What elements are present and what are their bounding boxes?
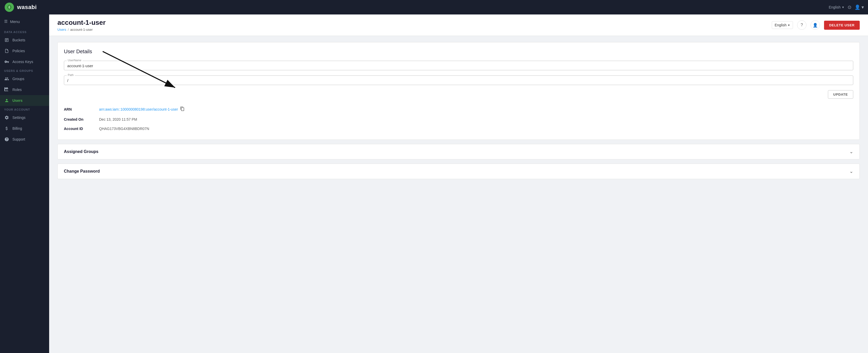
section-your-account: Your Account: [0, 106, 49, 112]
sidebar-item-policies[interactable]: Policies: [0, 45, 49, 56]
chevron-down-icon: ▼: [842, 6, 844, 9]
help-icon[interactable]: ⊙: [847, 4, 851, 10]
sidebar-label-settings: Settings: [12, 115, 26, 120]
assigned-groups-chevron: ⌄: [849, 149, 853, 154]
created-on-label: Created On: [64, 117, 95, 121]
user-account-icon[interactable]: 👤 ▾: [855, 4, 864, 10]
arrow-annotation: [95, 49, 193, 95]
change-password-chevron: ⌄: [849, 169, 853, 174]
header-right: English ▼ ? 👤 DELETE USER: [772, 21, 860, 30]
created-on-row: Created On Dec 13, 2020 11:57 PM: [64, 115, 853, 124]
sidebar-item-groups[interactable]: Groups: [0, 73, 49, 84]
section-data-access: Data Access: [0, 28, 49, 35]
svg-rect-2: [6, 40, 8, 40]
page-title: account-1-user: [57, 19, 105, 27]
content-scroll: User Details UserName account-1-user Pat…: [49, 36, 868, 353]
path-value: /: [67, 78, 850, 83]
logo: wasabi: [4, 2, 37, 12]
delete-user-button[interactable]: DELETE USER: [824, 21, 860, 30]
access-keys-icon: [4, 59, 9, 64]
assigned-groups-header[interactable]: Assigned Groups ⌄: [58, 144, 860, 159]
wasabi-logo: [4, 2, 14, 12]
chevron-down-icon: ▼: [787, 24, 790, 27]
update-area: UPDATE: [64, 90, 853, 99]
assigned-groups-title: Assigned Groups: [64, 149, 98, 154]
sidebar-label-access-keys: Access Keys: [12, 60, 33, 64]
sidebar-item-support[interactable]: Support: [0, 134, 49, 145]
sidebar-item-users[interactable]: Users: [0, 95, 49, 106]
breadcrumb-separator: /: [68, 28, 69, 32]
assigned-groups-section: Assigned Groups ⌄: [57, 144, 860, 160]
username-value: account-1-user: [67, 63, 850, 68]
main-layout: ☰ Menu Data Access Buckets Policies Acce…: [0, 14, 868, 353]
user-details-card: User Details UserName account-1-user Pat…: [57, 42, 860, 140]
path-field: Path /: [64, 75, 853, 85]
copy-arn-button[interactable]: [180, 106, 185, 112]
content-header: account-1-user Users / account-1-user En…: [49, 14, 868, 36]
roles-icon: [4, 87, 9, 92]
sidebar-item-access-keys[interactable]: Access Keys: [0, 56, 49, 67]
account-id-value: QHAG173VBG4XBN8BDR07N: [99, 127, 149, 131]
top-nav-right: English ▼ ⊙ 👤 ▾: [829, 0, 864, 14]
language-text: English: [775, 23, 786, 27]
logo-text: wasabi: [17, 4, 37, 10]
info-rows: ARN arn:aws:iam::100000080198:user/accou…: [64, 104, 853, 133]
hamburger-icon: ☰: [4, 19, 7, 24]
arn-row: ARN arn:aws:iam::100000080198:user/accou…: [64, 104, 853, 115]
sidebar: ☰ Menu Data Access Buckets Policies Acce…: [0, 14, 49, 353]
settings-icon: [4, 115, 9, 120]
menu-label: Menu: [10, 20, 20, 24]
breadcrumb-current: account-1-user: [70, 28, 93, 32]
topbar: wasabi English ▼ ⊙ 👤 ▾: [0, 0, 868, 14]
change-password-title: Change Password: [64, 169, 100, 174]
svg-rect-3: [6, 41, 7, 41]
sidebar-label-users: Users: [12, 99, 23, 103]
sidebar-label-roles: Roles: [12, 87, 22, 92]
sidebar-item-buckets[interactable]: Buckets: [0, 35, 49, 45]
svg-rect-1: [6, 39, 8, 39]
language-label: English: [829, 5, 841, 9]
update-button[interactable]: UPDATE: [828, 90, 853, 99]
help-circle-icon: ?: [801, 23, 803, 27]
user-details-title: User Details: [64, 48, 853, 55]
sidebar-label-buckets: Buckets: [12, 38, 25, 42]
content-area: account-1-user Users / account-1-user En…: [49, 14, 868, 353]
billing-icon: [4, 126, 9, 131]
groups-icon: [4, 76, 9, 81]
sidebar-label-support: Support: [12, 137, 25, 141]
buckets-icon: [4, 37, 9, 43]
user-menu-button[interactable]: 👤: [811, 21, 820, 30]
change-password-section: Change Password ⌄: [57, 164, 860, 179]
path-label: Path: [67, 73, 75, 76]
sidebar-label-groups: Groups: [12, 77, 24, 81]
arn-label: ARN: [64, 107, 95, 111]
sidebar-label-billing: Billing: [12, 127, 22, 131]
support-icon: [4, 137, 9, 142]
language-dropdown[interactable]: English ▼: [772, 21, 793, 29]
sidebar-item-settings[interactable]: Settings: [0, 112, 49, 123]
account-icon: 👤: [813, 23, 818, 28]
policies-icon: [4, 48, 9, 54]
username-label: UserName: [67, 59, 83, 62]
change-password-header[interactable]: Change Password ⌄: [58, 164, 860, 179]
users-icon: [4, 98, 9, 103]
created-on-value: Dec 13, 2020 11:57 PM: [99, 117, 137, 121]
breadcrumb: Users / account-1-user: [57, 28, 105, 32]
breadcrumb-users-link[interactable]: Users: [57, 28, 66, 32]
sidebar-item-roles[interactable]: Roles: [0, 84, 49, 95]
update-area-wrapper: UPDATE: [64, 90, 853, 99]
account-id-label: Account ID: [64, 127, 95, 131]
username-field: UserName account-1-user: [64, 61, 853, 70]
header-left: account-1-user Users / account-1-user: [57, 19, 105, 32]
arn-value-container: arn:aws:iam::100000080198:user/account-1…: [99, 106, 185, 112]
section-users-groups: Users & Groups: [0, 67, 49, 73]
sidebar-item-billing[interactable]: Billing: [0, 123, 49, 134]
sidebar-label-policies: Policies: [12, 49, 25, 53]
arn-value: arn:aws:iam::100000080198:user/account-1…: [99, 107, 178, 111]
menu-button[interactable]: ☰ Menu: [0, 16, 49, 26]
help-button[interactable]: ?: [797, 21, 806, 30]
language-selector[interactable]: English ▼: [829, 5, 844, 9]
account-id-row: Account ID QHAG173VBG4XBN8BDR07N: [64, 124, 853, 133]
